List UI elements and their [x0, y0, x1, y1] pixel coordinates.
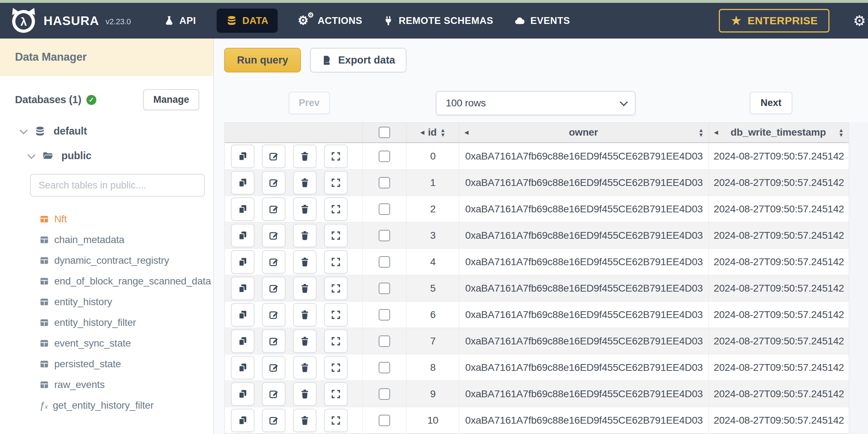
sidebar-table-item[interactable]: event_sync_state — [0, 333, 213, 354]
run-query-button[interactable]: Run query — [224, 48, 301, 72]
delete-row-button[interactable] — [293, 197, 317, 221]
edit-row-button[interactable] — [262, 145, 286, 168]
edit-row-button[interactable] — [262, 382, 286, 406]
row-checkbox[interactable] — [379, 256, 390, 268]
expand-row-button[interactable] — [324, 224, 348, 247]
nav-item-data[interactable]: DATA — [217, 9, 278, 33]
row-checkbox[interactable] — [379, 388, 390, 400]
brand-name: HASURA — [44, 14, 99, 28]
cell-id: 1 — [407, 170, 459, 196]
sidebar-function-item[interactable]: ƒx get_entity_history_filter — [0, 395, 213, 416]
delete-row-button[interactable] — [293, 145, 317, 168]
sort-icon: ▲▼ — [698, 128, 704, 137]
column-header-db-write-timestamp[interactable]: ◀ db_write_timestamp ▲▼ — [709, 123, 849, 142]
clone-row-button[interactable] — [231, 356, 254, 379]
clone-row-button[interactable] — [231, 382, 254, 406]
search-input[interactable] — [30, 174, 205, 197]
expand-row-button[interactable] — [324, 197, 348, 221]
row-checkbox[interactable] — [379, 177, 390, 188]
delete-row-button[interactable] — [293, 382, 317, 406]
table-icon — [39, 297, 49, 307]
edit-row-button[interactable] — [262, 224, 286, 247]
expand-row-button[interactable] — [324, 277, 348, 300]
expand-row-button[interactable] — [324, 171, 348, 195]
clone-row-button[interactable] — [231, 224, 254, 247]
sidebar-table-item[interactable]: dynamic_contract_registry — [0, 250, 213, 271]
clone-row-button[interactable] — [231, 277, 254, 300]
sidebar-table-item[interactable]: entity_history_filter — [0, 312, 213, 333]
sidebar-table-item[interactable]: Nft — [0, 209, 213, 229]
edit-row-button[interactable] — [262, 171, 286, 195]
manage-button[interactable]: Manage — [143, 89, 199, 110]
clone-row-button[interactable] — [231, 303, 254, 327]
row-checkbox[interactable] — [379, 151, 390, 162]
edit-row-button[interactable] — [262, 409, 286, 432]
row-checkbox-cell — [363, 170, 407, 196]
clone-row-button[interactable] — [231, 145, 254, 168]
sidebar-table-item[interactable]: raw_events — [0, 374, 213, 395]
cell-id: 0 — [407, 143, 459, 169]
column-header-id[interactable]: ◀ id ▲▼ — [407, 123, 459, 142]
cell-id: 6 — [407, 302, 459, 328]
delete-row-button[interactable] — [293, 329, 317, 353]
sidebar-table-item[interactable]: chain_metadata — [0, 229, 213, 250]
nav-item-api[interactable]: API — [164, 15, 196, 26]
edit-row-button[interactable] — [262, 250, 286, 274]
sidebar-table-item[interactable]: end_of_block_range_scanned_data — [0, 271, 213, 292]
hasura-logo[interactable]: λ — [10, 7, 37, 34]
edit-row-button[interactable] — [262, 197, 286, 221]
row-checkbox[interactable] — [379, 415, 390, 426]
enterprise-button[interactable]: ★ ENTERPRISE — [719, 9, 830, 32]
edit-row-button[interactable] — [262, 303, 286, 327]
row-checkbox[interactable] — [379, 309, 390, 321]
top-accent-strip — [0, 0, 868, 3]
row-checkbox[interactable] — [379, 362, 390, 373]
row-checkbox[interactable] — [379, 203, 390, 215]
next-page-button[interactable]: Next — [750, 92, 792, 114]
sidebar-table-item[interactable]: entity_history — [0, 292, 213, 312]
delete-row-button[interactable] — [293, 224, 317, 247]
select-all-checkbox[interactable] — [379, 127, 390, 138]
clone-row-button[interactable] — [231, 250, 254, 274]
delete-row-button[interactable] — [293, 277, 317, 300]
edit-row-button[interactable] — [262, 277, 286, 300]
edit-row-button[interactable] — [262, 356, 286, 379]
edit-row-button[interactable] — [262, 329, 286, 353]
clone-row-button[interactable] — [231, 409, 254, 432]
delete-row-button[interactable] — [293, 356, 317, 379]
prev-page-button[interactable]: Prev — [289, 92, 330, 114]
delete-row-button[interactable] — [293, 171, 317, 195]
nav-item-remote-schemas[interactable]: REMOTE SCHEMAS — [383, 15, 493, 26]
row-checkbox[interactable] — [379, 283, 390, 294]
clone-row-button[interactable] — [231, 197, 254, 221]
column-header-owner[interactable]: ◀ owner ▲▼ — [459, 123, 709, 142]
cell-db-write-timestamp: 2024-08-27T09:50:57.245142 — [709, 302, 849, 328]
delete-row-button[interactable] — [293, 409, 317, 432]
clone-row-button[interactable] — [231, 171, 254, 195]
page-size-select[interactable]: 100 rows — [436, 91, 636, 115]
expand-row-button[interactable] — [324, 145, 348, 168]
delete-row-button[interactable] — [293, 250, 317, 274]
expand-row-button[interactable] — [324, 409, 348, 432]
settings-gear-icon[interactable]: ⚙ — [853, 14, 866, 28]
expand-row-button[interactable] — [324, 356, 348, 379]
row-checkbox[interactable] — [379, 335, 390, 347]
nav-item-events[interactable]: EVENTS — [514, 15, 570, 26]
export-data-button[interactable]: Export data — [310, 48, 407, 72]
clone-row-button[interactable] — [231, 329, 254, 353]
page-title: Data Manager — [15, 51, 87, 64]
folder-icon — [42, 150, 54, 162]
table-row: 7 0xaBA7161A7fb69c88e16ED9f455CE62B791EE… — [225, 328, 849, 354]
tree-node-schema[interactable]: public — [0, 150, 213, 162]
expand-row-button[interactable] — [324, 382, 348, 406]
expand-row-button[interactable] — [324, 303, 348, 327]
row-checkbox[interactable] — [379, 230, 390, 241]
delete-row-button[interactable] — [293, 303, 317, 327]
caret-left-icon: ◀ — [464, 129, 468, 136]
nav-item-actions[interactable]: ⚙⚙ ACTIONS — [298, 14, 362, 28]
expand-row-button[interactable] — [324, 329, 348, 353]
expand-row-button[interactable] — [324, 250, 348, 274]
tree-node-database[interactable]: default — [0, 125, 213, 137]
trash-icon — [299, 283, 310, 294]
sidebar-table-item[interactable]: persisted_state — [0, 354, 213, 374]
